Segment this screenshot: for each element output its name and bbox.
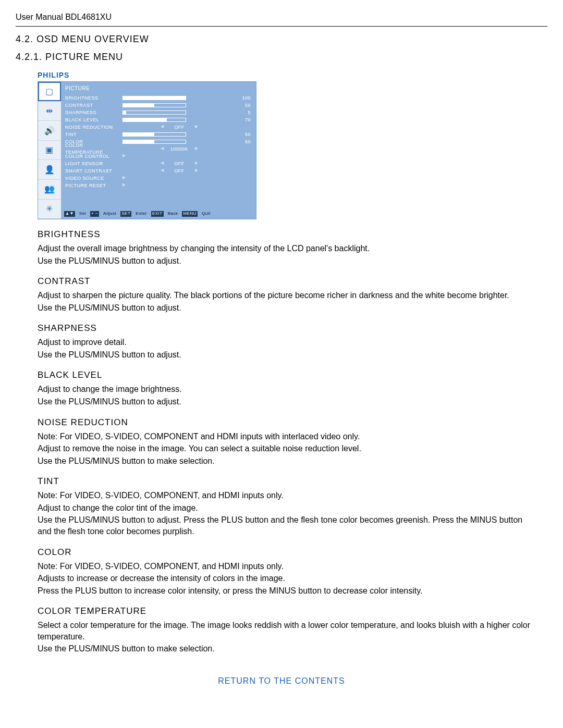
- left-arrow-icon: ◀: [161, 161, 164, 166]
- osd-value: 70: [236, 117, 251, 123]
- header-rule: [16, 26, 547, 27]
- plusminus-icon: + −: [90, 211, 99, 217]
- return-to-contents-link[interactable]: RETURN TO THE CONTENTS: [16, 675, 547, 687]
- hint-adjust: Adjust: [103, 211, 116, 217]
- item-heading: COLOR TEMPERATURE: [38, 606, 538, 618]
- item-heading: CONTRAST: [38, 276, 538, 288]
- item-paragraph: Adjust to improve detail.: [38, 337, 538, 348]
- osd-row-label: TINT: [65, 131, 123, 138]
- right-arrow-icon: ▶: [195, 146, 199, 152]
- osd-row-label: LIGHT SENSOR: [65, 161, 123, 167]
- osd-slider: [123, 132, 186, 137]
- item-paragraph: Note: For VIDEO, S-VIDEO, COMPONENT and …: [38, 431, 538, 442]
- osd-sel-value: OFF: [169, 168, 190, 174]
- osd-menu-title: PICTURE: [65, 85, 251, 92]
- left-arrow-icon: ◀: [161, 168, 164, 174]
- item-paragraph: Select a color temperature for the image…: [38, 620, 538, 642]
- item-heading: COLOR: [38, 547, 538, 559]
- item-heading: NOISE REDUCTION: [38, 417, 538, 429]
- right-arrow-icon: ▶: [123, 153, 126, 159]
- left-arrow-icon: ◀: [161, 124, 164, 130]
- item-heading: SHARPNESS: [38, 323, 538, 335]
- osd-row: COLOR CONTROL▶: [65, 153, 251, 160]
- screen-icon: ⇹: [38, 102, 61, 121]
- osd-value: 50: [236, 139, 251, 145]
- item-paragraph: Use the PLUS/MINUS button to adjust.: [38, 349, 538, 361]
- osd-brand-logo: PHILIPS: [38, 70, 256, 80]
- menu-key: MENU: [182, 211, 198, 217]
- osd-sel-value: 10000K: [169, 146, 190, 152]
- right-arrow-icon: ▶: [123, 175, 126, 181]
- updown-icon: ▲▼: [64, 211, 75, 217]
- item-paragraph: Use the PLUS/MINUS button to make select…: [38, 643, 538, 655]
- right-arrow-icon: ▶: [123, 182, 126, 188]
- osd-row: SMART CONTRAST◀OFF▶: [65, 167, 251, 175]
- picture-icon: ▢: [38, 82, 61, 102]
- osd-slider: [123, 140, 186, 144]
- osd-row-label: SMART CONTRAST: [65, 168, 123, 174]
- osd-slider: [123, 118, 186, 122]
- item-paragraph: Adjust to remove the noise in the image.…: [38, 443, 538, 454]
- osd-row-label: VIDEO SOURCE: [65, 175, 123, 181]
- item-paragraph: Press the PLUS button to increase color …: [38, 585, 538, 597]
- osd-sidebar: ▢ ⇹ 🔊 ▣ 👤 👥 ✳: [38, 82, 61, 219]
- osd-row-label: CONTRAST: [65, 102, 123, 108]
- hint-enter: Enter: [136, 211, 147, 217]
- pip-icon: ▣: [38, 141, 61, 161]
- item-paragraph: Adjust to sharpen the picture quality. T…: [38, 290, 538, 301]
- osd-row-label: BRIGHTNESS: [65, 95, 123, 101]
- item-paragraph: Adjusts to increase or decrease the inte…: [38, 573, 538, 584]
- item-paragraph: Note: For VIDEO, S-VIDEO, COMPONENT, and…: [38, 561, 538, 572]
- osd-row: LIGHT SENSOR◀OFF▶: [65, 160, 251, 167]
- exit-key: EXIT: [151, 211, 164, 217]
- item-heading: BRIGHTNESS: [38, 229, 538, 241]
- item-paragraph: Use the PLUS/MINUS button to adjust.: [38, 396, 538, 408]
- item-paragraph: Use the PLUS/MINUS button to make select…: [38, 455, 538, 467]
- item-paragraph: Adjust the overall image brightness by c…: [38, 243, 538, 254]
- config2-icon: 👥: [38, 180, 61, 200]
- item-paragraph: Use the PLUS/MINUS button to adjust.: [38, 302, 538, 314]
- osd-slider: [123, 110, 186, 115]
- osd-row: SHARPNESS5: [65, 109, 251, 116]
- set-key: SET: [120, 211, 131, 217]
- right-arrow-icon: ▶: [195, 161, 199, 166]
- item-paragraph: Adjust to change the color tint of the i…: [38, 502, 538, 514]
- osd-row: PICTURE RESET▶: [65, 182, 251, 189]
- hint-quit: Quit: [202, 211, 211, 217]
- osd-value: 50: [236, 131, 251, 138]
- item-paragraph: Adjust to change the image brightness.: [38, 384, 538, 395]
- right-arrow-icon: ▶: [195, 124, 199, 130]
- item-paragraph: Use the PLUS/MINUS button to adjust.: [38, 255, 538, 267]
- section-heading: 4.2. OSD MENU OVERVIEW: [16, 33, 547, 45]
- osd-row: CONTRAST50: [65, 102, 251, 109]
- item-paragraph: Use the PLUS/MINUS button to adjust. Pre…: [38, 514, 538, 537]
- left-arrow-icon: ◀: [161, 146, 164, 152]
- item-heading: BLACK LEVEL: [38, 369, 538, 381]
- osd-slider: [123, 96, 186, 100]
- osd-sel-value: OFF: [169, 161, 190, 167]
- osd-value: 50: [236, 102, 251, 108]
- config1-icon: 👤: [38, 160, 61, 180]
- osd-row-label: PICTURE RESET: [65, 182, 123, 189]
- subsection-heading: 4.2.1. PICTURE MENU: [16, 51, 547, 63]
- osd-sel-value: OFF: [169, 124, 190, 130]
- osd-row: NOISE REDUCTION◀OFF▶: [65, 124, 251, 131]
- osd-slider: [123, 103, 186, 107]
- hint-back: Back: [168, 211, 178, 217]
- page-header: User Manual BDL4681XU: [16, 11, 547, 23]
- osd-row-label: BLACK LEVEL: [65, 117, 123, 123]
- osd-screenshot: PHILIPS ▢ ⇹ 🔊 ▣ 👤 👥 ✳ PICTURE BRIGHTNESS…: [38, 70, 256, 219]
- osd-row-label: SHARPNESS: [65, 109, 123, 116]
- item-heading: TINT: [38, 476, 538, 488]
- osd-value: 5: [236, 109, 251, 116]
- osd-row: BRIGHTNESS100: [65, 94, 251, 102]
- osd-value: 100: [236, 95, 251, 101]
- osd-row: TINT50: [65, 131, 251, 138]
- advanced-icon: ✳: [38, 200, 61, 219]
- osd-row-label: NOISE REDUCTION: [65, 124, 123, 130]
- audio-icon: 🔊: [38, 121, 61, 141]
- hint-sel: Sel: [79, 211, 86, 217]
- right-arrow-icon: ▶: [195, 168, 199, 174]
- osd-row: COLOR TEMPERATURE◀10000K▶: [65, 145, 251, 153]
- osd-hint-bar: ▲▼Sel + −Adjust SETEnter EXITBack MENUQu…: [64, 211, 253, 217]
